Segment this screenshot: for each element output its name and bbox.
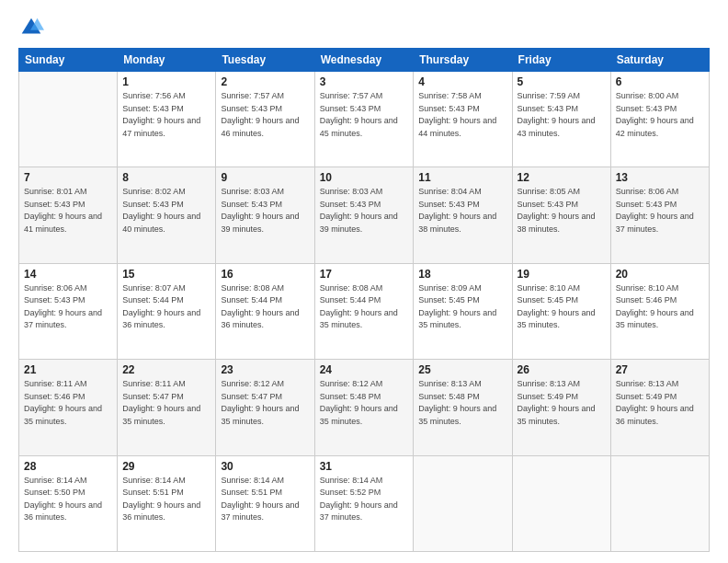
calendar-cell: 7Sunrise: 8:01 AMSunset: 5:43 PMDaylight… [19,167,118,263]
day-info: Sunrise: 8:06 AMSunset: 5:43 PMDaylight:… [24,282,112,332]
day-info: Sunrise: 8:11 AMSunset: 5:46 PMDaylight:… [24,378,112,428]
calendar-cell: 21Sunrise: 8:11 AMSunset: 5:46 PMDayligh… [19,360,118,455]
calendar-cell: 22Sunrise: 8:11 AMSunset: 5:47 PMDayligh… [118,360,216,455]
col-header-sunday: Sunday [19,49,118,72]
calendar-cell: 5Sunrise: 7:59 AMSunset: 5:43 PMDaylight… [512,72,610,167]
calendar-cell: 27Sunrise: 8:13 AMSunset: 5:49 PMDayligh… [610,360,709,455]
day-info: Sunrise: 8:11 AMSunset: 5:47 PMDaylight:… [122,378,210,428]
calendar-table: SundayMondayTuesdayWednesdayThursdayFrid… [18,48,710,552]
col-header-friday: Friday [512,49,610,72]
day-number: 12 [518,171,606,184]
day-number: 4 [418,75,506,88]
day-number: 18 [418,268,506,281]
calendar-cell: 8Sunrise: 8:02 AMSunset: 5:43 PMDaylight… [118,167,216,263]
header-row: SundayMondayTuesdayWednesdayThursdayFrid… [19,49,710,72]
calendar-cell: 18Sunrise: 8:09 AMSunset: 5:45 PMDayligh… [414,263,512,359]
day-info: Sunrise: 8:01 AMSunset: 5:43 PMDaylight:… [24,186,112,236]
day-info: Sunrise: 8:12 AMSunset: 5:47 PMDaylight:… [221,378,309,428]
calendar-cell: 11Sunrise: 8:04 AMSunset: 5:43 PMDayligh… [414,167,512,263]
day-number: 31 [320,460,409,473]
day-number: 27 [616,363,704,376]
calendar-cell: 14Sunrise: 8:06 AMSunset: 5:43 PMDayligh… [19,263,118,359]
calendar-cell: 9Sunrise: 8:03 AMSunset: 5:43 PMDaylight… [216,167,314,263]
day-info: Sunrise: 8:04 AMSunset: 5:43 PMDaylight:… [418,186,506,236]
day-number: 17 [320,268,409,281]
day-number: 21 [24,363,112,376]
calendar-cell [610,455,709,551]
calendar-cell: 6Sunrise: 8:00 AMSunset: 5:43 PMDaylight… [610,72,709,167]
calendar-cell: 13Sunrise: 8:06 AMSunset: 5:43 PMDayligh… [610,167,709,263]
calendar-cell: 25Sunrise: 8:13 AMSunset: 5:48 PMDayligh… [414,360,512,455]
col-header-monday: Monday [118,49,216,72]
day-info: Sunrise: 8:00 AMSunset: 5:43 PMDaylight:… [616,90,704,140]
day-number: 13 [616,171,704,184]
day-info: Sunrise: 7:57 AMSunset: 5:43 PMDaylight:… [320,90,409,140]
day-number: 26 [518,363,606,376]
calendar-cell: 26Sunrise: 8:13 AMSunset: 5:49 PMDayligh… [512,360,610,455]
day-info: Sunrise: 8:05 AMSunset: 5:43 PMDaylight:… [518,186,606,236]
calendar-cell: 2Sunrise: 7:57 AMSunset: 5:43 PMDaylight… [216,72,314,167]
day-number: 11 [418,171,506,184]
day-info: Sunrise: 8:14 AMSunset: 5:52 PMDaylight:… [320,475,409,524]
calendar-cell: 28Sunrise: 8:14 AMSunset: 5:50 PMDayligh… [19,455,118,551]
calendar-cell: 29Sunrise: 8:14 AMSunset: 5:51 PMDayligh… [118,455,216,551]
calendar-cell: 30Sunrise: 8:14 AMSunset: 5:51 PMDayligh… [216,455,314,551]
day-info: Sunrise: 8:14 AMSunset: 5:50 PMDaylight:… [24,475,112,524]
calendar-cell: 31Sunrise: 8:14 AMSunset: 5:52 PMDayligh… [314,455,414,551]
day-number: 15 [122,268,210,281]
day-number: 5 [518,75,606,88]
calendar-body: 1Sunrise: 7:56 AMSunset: 5:43 PMDaylight… [19,72,710,552]
day-number: 22 [122,363,210,376]
day-info: Sunrise: 8:08 AMSunset: 5:44 PMDaylight:… [221,282,309,332]
day-info: Sunrise: 8:09 AMSunset: 5:45 PMDaylight:… [418,282,506,332]
calendar-header: SundayMondayTuesdayWednesdayThursdayFrid… [19,49,710,72]
day-number: 24 [320,363,409,376]
day-info: Sunrise: 8:03 AMSunset: 5:43 PMDaylight:… [320,186,409,236]
calendar-cell [512,455,610,551]
col-header-wednesday: Wednesday [314,49,414,72]
day-number: 7 [24,171,112,184]
day-info: Sunrise: 8:06 AMSunset: 5:43 PMDaylight:… [616,186,704,236]
logo-icon [18,15,44,40]
col-header-thursday: Thursday [414,49,512,72]
day-number: 8 [122,171,210,184]
logo [18,15,48,40]
day-info: Sunrise: 7:57 AMSunset: 5:43 PMDaylight:… [221,90,309,140]
calendar-cell: 23Sunrise: 8:12 AMSunset: 5:47 PMDayligh… [216,360,314,455]
day-number: 1 [122,75,210,88]
day-info: Sunrise: 8:12 AMSunset: 5:48 PMDaylight:… [320,378,409,428]
header [18,15,710,40]
day-number: 29 [122,460,210,473]
calendar-cell: 17Sunrise: 8:08 AMSunset: 5:44 PMDayligh… [314,263,414,359]
day-info: Sunrise: 8:10 AMSunset: 5:46 PMDaylight:… [616,282,704,332]
calendar-week-1: 1Sunrise: 7:56 AMSunset: 5:43 PMDaylight… [19,72,710,167]
day-number: 25 [418,363,506,376]
calendar-cell: 20Sunrise: 8:10 AMSunset: 5:46 PMDayligh… [610,263,709,359]
day-number: 28 [24,460,112,473]
day-number: 14 [24,268,112,281]
day-info: Sunrise: 8:02 AMSunset: 5:43 PMDaylight:… [122,186,210,236]
day-info: Sunrise: 8:03 AMSunset: 5:43 PMDaylight:… [221,186,309,236]
calendar-cell: 19Sunrise: 8:10 AMSunset: 5:45 PMDayligh… [512,263,610,359]
day-info: Sunrise: 8:13 AMSunset: 5:48 PMDaylight:… [418,378,506,428]
day-info: Sunrise: 8:07 AMSunset: 5:44 PMDaylight:… [122,282,210,332]
day-number: 16 [221,268,309,281]
day-number: 9 [221,171,309,184]
col-header-tuesday: Tuesday [216,49,314,72]
calendar-cell: 12Sunrise: 8:05 AMSunset: 5:43 PMDayligh… [512,167,610,263]
calendar-cell: 3Sunrise: 7:57 AMSunset: 5:43 PMDaylight… [314,72,414,167]
day-info: Sunrise: 8:10 AMSunset: 5:45 PMDaylight:… [518,282,606,332]
page: SundayMondayTuesdayWednesdayThursdayFrid… [0,0,728,563]
day-info: Sunrise: 7:59 AMSunset: 5:43 PMDaylight:… [518,90,606,140]
calendar-cell: 1Sunrise: 7:56 AMSunset: 5:43 PMDaylight… [118,72,216,167]
day-number: 23 [221,363,309,376]
calendar-cell: 24Sunrise: 8:12 AMSunset: 5:48 PMDayligh… [314,360,414,455]
col-header-saturday: Saturday [610,49,709,72]
calendar-cell: 15Sunrise: 8:07 AMSunset: 5:44 PMDayligh… [118,263,216,359]
calendar-week-4: 21Sunrise: 8:11 AMSunset: 5:46 PMDayligh… [19,360,710,455]
day-info: Sunrise: 8:08 AMSunset: 5:44 PMDaylight:… [320,282,409,332]
day-info: Sunrise: 8:14 AMSunset: 5:51 PMDaylight:… [221,475,309,524]
day-number: 30 [221,460,309,473]
day-number: 3 [320,75,409,88]
calendar-cell: 4Sunrise: 7:58 AMSunset: 5:43 PMDaylight… [414,72,512,167]
